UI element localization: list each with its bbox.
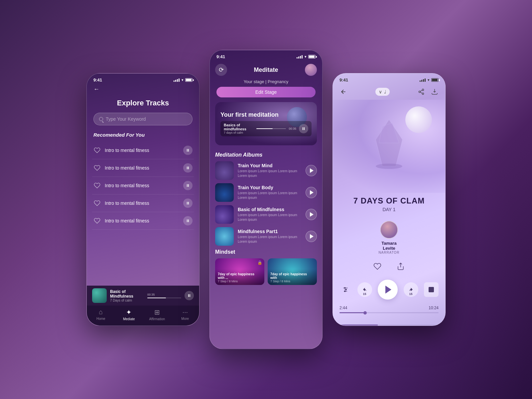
album-desc-3: Lorem ipsum Lorem ipsum Lorem ipsum Lore… bbox=[238, 213, 302, 222]
svg-line-18 bbox=[420, 90, 422, 91]
heart-icon-2[interactable] bbox=[93, 165, 101, 171]
search-bar-1[interactable] bbox=[93, 113, 193, 125]
album-play-1[interactable] bbox=[306, 165, 317, 176]
app-header-2: ⟳ Meditate bbox=[210, 61, 322, 79]
mini-progress-bar bbox=[147, 298, 181, 298]
album-item-4[interactable]: Mindfulness Part1 Lorem ipsum Lorem ipsu… bbox=[215, 227, 317, 246]
play-button[interactable] bbox=[378, 280, 398, 300]
progress-track[interactable] bbox=[339, 312, 439, 313]
back-button-3[interactable] bbox=[338, 86, 349, 97]
pause-button-3[interactable] bbox=[183, 181, 193, 190]
album-thumb-part1 bbox=[215, 227, 234, 246]
mindset-card-2[interactable]: 7day of epic happiness with 7 Step / 8 M… bbox=[268, 258, 317, 285]
top-right-actions bbox=[416, 86, 440, 97]
svg-point-15 bbox=[419, 91, 421, 93]
hero-player-info: Basics of mindfullness 7 days of calm bbox=[224, 123, 254, 134]
hero-title: Your first meditation bbox=[220, 111, 312, 118]
heart-icon-4[interactable] bbox=[93, 200, 101, 206]
track-day: DAY 1 bbox=[339, 207, 439, 212]
stage-label: Your stage | Pregnancy bbox=[210, 79, 322, 87]
pause-button-4[interactable] bbox=[183, 199, 193, 208]
svg-line-17 bbox=[420, 92, 422, 93]
search-input-1[interactable] bbox=[106, 116, 187, 122]
mini-player-title: Basic of Mindfulness bbox=[110, 289, 144, 299]
heart-icon-1[interactable] bbox=[93, 147, 101, 154]
hero-player: Basics of mindfullness 7 days of calm 00… bbox=[220, 121, 312, 136]
mindset-card-overlay-1: 7day of epic happiness with ... 7 Step /… bbox=[215, 258, 264, 285]
svg-rect-2 bbox=[187, 167, 188, 169]
track-name-3: Intro to mental fitness bbox=[105, 183, 179, 188]
svg-rect-0 bbox=[187, 149, 188, 152]
battery-icon-3 bbox=[431, 78, 439, 82]
album-info-1: Train Your Mind Lorem ipsum Lorem ipsum … bbox=[238, 163, 302, 178]
top-actions: ∨ ♩ bbox=[333, 85, 445, 100]
share-button[interactable] bbox=[416, 86, 427, 97]
favorite-button[interactable] bbox=[371, 260, 384, 273]
mindset-section: Mindset 7day of epic happiness with ... … bbox=[210, 246, 322, 285]
nav-more[interactable]: ··· More bbox=[171, 308, 200, 321]
mini-player-pause[interactable] bbox=[185, 291, 194, 300]
edit-stage-button[interactable]: Edit Stage bbox=[216, 87, 316, 97]
svg-rect-7 bbox=[188, 202, 189, 204]
controls-row: 15 15 bbox=[339, 280, 439, 300]
status-icons-1: ▾ bbox=[174, 78, 193, 82]
hero-progress-fill bbox=[256, 128, 273, 129]
bottom-progress-fill bbox=[333, 325, 378, 326]
recommended-section-title: Recomended For You bbox=[87, 132, 199, 142]
user-avatar-2[interactable] bbox=[305, 64, 317, 76]
mindset-card-overlay-2: 7day of epic happiness with 7 Step / 8 M… bbox=[268, 258, 317, 285]
album-list: Train Your Mind Lorem ipsum Lorem ipsum … bbox=[210, 161, 322, 246]
mini-player-info: Basic of Mindfulness 7 Days of calm bbox=[110, 289, 144, 302]
narrator-section: TamaraLevite NARRATOR bbox=[333, 221, 445, 254]
album-play-4[interactable] bbox=[306, 231, 317, 242]
album-item-1[interactable]: Train Your Mind Lorem ipsum Lorem ipsum … bbox=[215, 161, 317, 180]
svg-rect-3 bbox=[188, 167, 189, 169]
album-item-3[interactable]: Basic of Mindfulness Lorem ipsum Lorem i… bbox=[215, 205, 317, 224]
nav-mediate[interactable]: ✦ Mediate bbox=[115, 308, 143, 321]
svg-rect-13 bbox=[304, 127, 305, 130]
bottom-progress-bar bbox=[333, 325, 445, 326]
time-2: 9:41 bbox=[216, 54, 225, 59]
hero-pause-btn[interactable] bbox=[299, 124, 308, 133]
lock-icon-1: 🔒 bbox=[257, 260, 262, 265]
nav-affirmation[interactable]: ⊞ Affirmation bbox=[143, 308, 171, 321]
nav-home[interactable]: ⌂ Home bbox=[87, 308, 115, 321]
rewind-button[interactable]: 15 bbox=[357, 282, 372, 297]
nav-home-label: Home bbox=[96, 317, 105, 321]
track-list: Intro to mental fitness Intro to mental … bbox=[87, 142, 199, 230]
album-desc-2: Lorem ipsum Lorem ipsum Lorem ipsum Lore… bbox=[238, 191, 302, 200]
svg-rect-9 bbox=[188, 219, 189, 222]
track-name-4: Intro to mental fitness bbox=[105, 200, 179, 206]
status-bar-2: 9:41 ▾ bbox=[210, 50, 322, 61]
narrator-label: NARRATOR bbox=[378, 251, 399, 254]
forward-button[interactable]: 15 bbox=[404, 282, 418, 297]
mindset-card-1[interactable]: 7day of epic happiness with ... 7 Step /… bbox=[215, 258, 264, 285]
mini-player-progress: 00:35 bbox=[147, 293, 181, 298]
heart-icon-3[interactable] bbox=[93, 182, 101, 189]
album-info-2: Train Your Body Lorem ipsum Lorem ipsum … bbox=[238, 185, 302, 200]
track-item-2: Intro to mental fitness bbox=[92, 159, 194, 177]
share-action-button[interactable] bbox=[394, 260, 407, 273]
svg-rect-6 bbox=[187, 202, 188, 204]
wifi-icon-3: ▾ bbox=[428, 78, 429, 82]
back-button-1[interactable]: ← bbox=[87, 84, 199, 95]
pause-button-2[interactable] bbox=[183, 163, 193, 173]
svg-point-21 bbox=[376, 164, 402, 169]
heart-icon-5[interactable] bbox=[93, 217, 101, 224]
hero-card[interactable]: Your first meditation Basics of mindfull… bbox=[215, 102, 317, 145]
phones-container: 9:41 ▾ ← Explore Tracks Recomended For Y… bbox=[86, 50, 446, 349]
stop-button[interactable] bbox=[424, 282, 439, 297]
mini-player[interactable]: Basic of Mindfulness 7 Days of calm 00:3… bbox=[87, 286, 199, 306]
svg-rect-12 bbox=[303, 127, 303, 130]
pause-button-5[interactable] bbox=[183, 216, 193, 225]
pause-button-1[interactable] bbox=[183, 146, 193, 155]
album-play-2[interactable] bbox=[306, 187, 317, 198]
album-desc-4: Lorem ipsum Lorem ipsum Lorem ipsum Lore… bbox=[238, 235, 302, 244]
equalizer-button[interactable] bbox=[339, 284, 351, 296]
page-title-1: Explore Tracks bbox=[87, 95, 199, 113]
download-button[interactable] bbox=[429, 86, 440, 97]
queue-toggle[interactable]: ∨ ♩ bbox=[375, 88, 390, 96]
album-play-3[interactable] bbox=[306, 209, 317, 220]
time-1: 9:41 bbox=[93, 77, 102, 82]
album-item-2[interactable]: Train Your Body Lorem ipsum Lorem ipsum … bbox=[215, 183, 317, 202]
